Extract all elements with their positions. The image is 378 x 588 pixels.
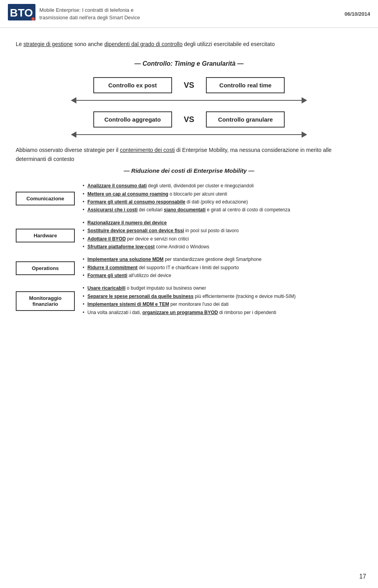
vs-label-1: VS [184,81,195,90]
arrow-row-1 [16,97,362,104]
intro-text: Le strategie di gestione sono anche dipe… [16,40,362,48]
list-item: Separare le spese personali da quelle bu… [83,292,362,300]
header-title: Mobile Enterprise: I contratti di telefo… [39,6,345,22]
category-comunicazione: Comunicazione [16,192,75,205]
header: BTO Mobile Enterprise: I contratti di te… [0,0,378,28]
category-monitoraggio: Monitoraggio finanziario [16,291,75,311]
category-operations: Operations [16,261,75,275]
list-item: Razionalizzare il numero dei device [83,219,362,227]
logo-area: BTO [8,4,32,24]
list-item: Mettere un cap al consumo roaming o bloc… [83,190,362,198]
list-item: Ridurre il commitment del supporto IT e … [83,264,362,272]
middle-text: Abbiamo osservato diverse strategie per … [16,146,362,163]
cost-row-comunicazione: Comunicazione Analizzare il consumo dati… [16,182,362,214]
main-content: Le strategie di gestione sono anche dipe… [0,28,378,345]
cost-items-monitoraggio: Usare ricaricabili o budget imputato sui… [75,284,362,316]
arrow-line-1 [76,100,302,101]
ctrl-box-granulare: Controllo granulare [206,111,285,128]
comparison-row-1: Controllo ex post VS Controllo real time [16,77,362,93]
arrowhead-right-2 [302,131,307,138]
cost-items-operations: Implementare una soluzione MDM per stand… [75,255,362,279]
svg-text:BTO: BTO [10,7,33,19]
cost-row-hardware: Hardware Razionalizzare il numero dei de… [16,219,362,251]
comparison-row-2: Controllo aggregato VS Controllo granula… [16,111,362,128]
arrowhead-left-2 [71,131,76,138]
strategie-link: strategie di gestione [23,41,72,47]
logo-box: BTO [8,4,32,24]
cost-items-hardware: Razionalizzare il numero dei device Sost… [75,219,362,251]
ctrl-box-ex-post: Controllo ex post [93,77,172,93]
ctrl-box-aggregato: Controllo aggregato [93,111,172,128]
list-item: Implementare sistemi di MDM e TEM per mo… [83,300,362,308]
category-hardware: Hardware [16,229,75,242]
header-date: 06/10/2014 [345,11,370,17]
list-item: Usare ricaricabili o budget imputato sui… [83,284,362,292]
list-item: Formare gli utenti al consumo responsabi… [83,198,362,206]
contenimento-link: contenimento dei costi [120,147,175,153]
cost-reduction-title: — Riduzione dei costi di Enterprise Mobi… [16,167,362,174]
svg-point-2 [32,17,35,20]
arrow-row-2 [16,131,362,138]
cost-row-operations: Operations Implementare una soluzione MD… [16,255,362,279]
page-number: 17 [359,573,366,580]
ctrl-box-real-time: Controllo real time [206,77,285,93]
list-item: Assicurarsi che i costi dei cellulari si… [83,206,362,214]
bto-logo-svg: BTO [8,4,35,26]
list-item: Formare gli utenti all'utilizzo del devi… [83,272,362,279]
list-item: Analizzare il consumo dati degli utenti,… [83,182,362,190]
arrowhead-right-1 [302,97,307,104]
list-item: Sostituire device personali con device f… [83,227,362,235]
vs-label-2: VS [184,115,195,124]
list-item: Sfruttare piattaforme low-cost come Andr… [83,243,362,251]
controllo-link: dipendenti dal grado di controllo [104,41,182,47]
timing-section-title: Controllo: Timing e Granularità [16,60,362,67]
list-item: Una volta analizzati i dati, organizzare… [83,309,362,316]
cost-items-comunicazione: Analizzare il consumo dati degli utenti,… [75,182,362,214]
double-arrow-1 [71,97,307,104]
list-item: Adottare il BYOD per device e servizi no… [83,235,362,243]
cost-row-monitoraggio: Monitoraggio finanziario Usare ricaricab… [16,284,362,316]
arrow-line-2 [76,134,302,135]
double-arrow-2 [71,131,307,138]
arrowhead-left-1 [71,97,76,104]
list-item: Implementare una soluzione MDM per stand… [83,255,362,263]
